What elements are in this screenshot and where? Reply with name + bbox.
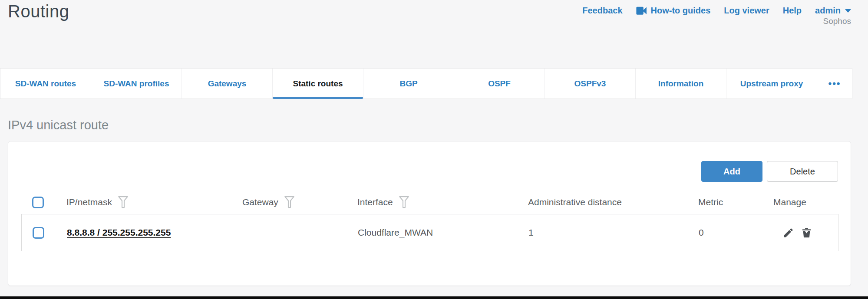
page-title: Routing xyxy=(8,2,69,21)
org-label: Sophos xyxy=(823,16,851,26)
tab-overflow-ellipsis-icon[interactable]: ••• xyxy=(817,69,852,99)
help-link[interactable]: Help xyxy=(783,6,802,16)
filter-funnel-icon[interactable] xyxy=(118,195,129,209)
select-all-checkbox[interactable] xyxy=(32,197,44,208)
col-ip-netmask: IP/netmask xyxy=(66,197,112,207)
tab-ospf[interactable]: OSPF xyxy=(454,69,545,99)
delete-trash-icon[interactable] xyxy=(801,227,812,239)
tab-gateways[interactable]: Gateways xyxy=(182,69,273,99)
routing-page: Routing Feedback How-to guides Log viewe… xyxy=(0,0,868,299)
tab-static-routes[interactable]: Static routes xyxy=(273,69,363,99)
table-header-row: IP/netmask Gateway Interface Administrat… xyxy=(21,191,838,213)
col-gateway: Gateway xyxy=(242,197,278,207)
add-button[interactable]: Add xyxy=(701,161,762,182)
col-interface: Interface xyxy=(357,197,393,207)
route-metric-value: 0 xyxy=(699,227,774,238)
route-interface-value: Cloudflare_MWAN xyxy=(358,227,528,238)
user-menu-label: admin xyxy=(815,6,841,16)
routing-tab-bar: SD-WAN routes SD-WAN profiles Gateways S… xyxy=(0,68,852,99)
table-row: 8.8.8.8 / 255.255.255.255 Cloudflare_MWA… xyxy=(21,214,838,251)
filter-funnel-icon[interactable] xyxy=(399,195,409,209)
table-actions: Add Delete xyxy=(701,161,838,182)
col-metric: Metric xyxy=(698,197,723,207)
delete-button[interactable]: Delete xyxy=(767,161,838,182)
feedback-link[interactable]: Feedback xyxy=(582,6,622,16)
row-checkbox[interactable] xyxy=(33,227,44,239)
route-ip-netmask-link[interactable]: 8.8.8.8 / 255.255.255.255 xyxy=(67,227,171,237)
filter-funnel-icon[interactable] xyxy=(284,195,295,209)
screen-bottom-edge xyxy=(0,296,868,299)
static-routes-card: Add Delete IP/netmask Gateway Interface xyxy=(8,141,851,286)
tab-ospfv3[interactable]: OSPFv3 xyxy=(545,69,636,99)
tab-information[interactable]: Information xyxy=(636,69,726,99)
tab-bgp[interactable]: BGP xyxy=(363,69,454,99)
section-title: IPv4 unicast route xyxy=(8,118,109,132)
col-manage: Manage xyxy=(773,197,806,207)
tab-upstream-proxy[interactable]: Upstream proxy xyxy=(726,69,817,99)
tab-sdwan-routes[interactable]: SD-WAN routes xyxy=(0,69,91,99)
log-viewer-link[interactable]: Log viewer xyxy=(724,6,769,16)
edit-pencil-icon[interactable] xyxy=(782,227,794,239)
chevron-down-icon xyxy=(845,9,851,13)
howto-guides-link[interactable]: How-to guides xyxy=(636,6,711,16)
top-nav: Feedback How-to guides Log viewer Help a… xyxy=(582,6,851,16)
user-menu[interactable]: admin xyxy=(815,6,851,16)
video-camera-icon xyxy=(636,7,647,15)
col-admin-distance: Administrative distance xyxy=(528,197,622,207)
tab-sdwan-profiles[interactable]: SD-WAN profiles xyxy=(91,69,182,99)
route-admin-distance-value: 1 xyxy=(528,227,699,238)
